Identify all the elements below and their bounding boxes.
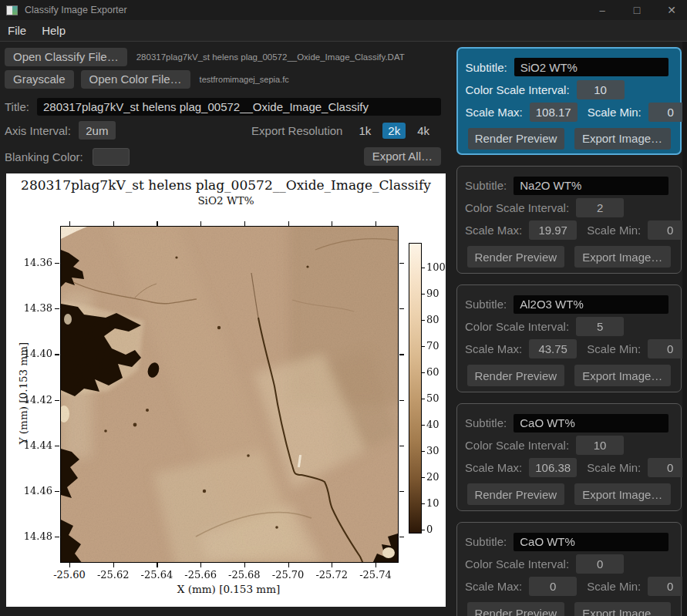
blanking-color-label: Blanking Color: [5,150,83,163]
plot-subtitle: SiO2 WT% [6,194,446,207]
colorbar-tick-label: 10 [426,497,453,510]
scale-max-input[interactable] [529,577,577,596]
subtitle-input[interactable] [514,533,668,551]
y-tick-mark [55,400,59,401]
scale-row: Scale Max: Scale Min: [465,339,673,358]
scale-max-input[interactable] [530,103,578,122]
render-preview-button[interactable]: Render Preview [467,602,564,616]
colorbar-tick-label: 60 [426,366,453,379]
scale-min-input[interactable] [648,458,687,477]
x-tick-label: -25.64 [133,569,180,581]
scale-row: Scale Max: Scale Min: [465,577,673,596]
grayscale-button[interactable]: Grayscale [5,70,74,89]
close-button[interactable]: ✕ [660,0,683,20]
colorbar-tick-label: 30 [426,445,453,457]
oxide-panel-0[interactable]: Subtitle: Color Scale Interval: Scale Ma… [456,47,682,155]
colorbar-tick-mark [422,372,425,373]
subtitle-label: Subtitle: [465,416,507,429]
oxide-panel-2[interactable]: Subtitle: Color Scale Interval: Scale Ma… [456,284,682,392]
x-tick-label: -25.74 [352,569,399,581]
y-tick-mark-right [399,354,404,355]
scale-min-label: Scale Min: [587,342,641,355]
y-tick-mark [55,537,59,537]
color-scale-interval-input[interactable] [576,198,624,217]
colorbar [409,243,422,534]
scale-row: Scale Max: Scale Min: [465,220,673,240]
subtitle-input[interactable] [514,295,668,314]
open-color-row: Grayscale Open Color File… testfromimage… [5,70,289,89]
maximize-button[interactable]: □ [625,0,648,20]
color-scale-interval-input[interactable] [576,436,624,455]
resolution-option-2k[interactable]: 2k [382,123,406,139]
color-scale-interval-label: Color Scale Interval: [465,439,569,452]
oxide-panel-1[interactable]: Subtitle: Color Scale Interval: Scale Ma… [456,166,682,274]
y-tick-label: 14.36 [11,257,52,269]
open-classify-row: Open Classify File… 280317plag7kV_st hel… [5,48,405,66]
scale-min-input[interactable] [648,577,687,596]
export-image-button[interactable]: Export Image… [574,365,672,386]
export-image-button[interactable]: Export Image… [574,483,672,505]
export-image-button[interactable]: Export Image… [574,246,672,268]
subtitle-input[interactable] [514,414,668,433]
resolution-option-1k[interactable]: 1k [353,123,376,139]
colorbar-tick-label: 20 [426,471,453,483]
colorbar-tick-label: 70 [426,340,453,352]
x-tick-mark [69,563,70,567]
export-image-button[interactable]: Export Image… [574,602,672,616]
panel-buttons-row: Render Preview Export Image… [465,480,673,506]
colorbar-tick-mark [422,503,425,504]
open-color-file-button[interactable]: Open Color File… [81,70,190,89]
menu-item-help[interactable]: Help [34,24,73,37]
colorbar-tick-label: 0 [426,523,453,536]
x-tick-mark [288,563,289,567]
y-tick-mark [55,491,59,492]
open-classify-file-button[interactable]: Open Classify File… [5,48,127,66]
colorbar-tick-mark [422,346,425,347]
render-preview-button[interactable]: Render Preview [467,365,564,386]
subtitle-label: Subtitle: [465,535,507,548]
scale-row: Scale Max: Scale Min: [466,103,673,122]
minimize-button[interactable]: – [591,0,614,20]
scale-min-input[interactable] [648,103,687,122]
subtitle-row: Subtitle: [466,58,673,77]
render-preview-button[interactable]: Render Preview [467,483,564,505]
resolution-options: 1k2k4k [353,123,435,139]
resolution-option-4k[interactable]: 4k [412,123,435,139]
subtitle-input[interactable] [514,58,668,76]
x-tick-mark-top [157,221,157,226]
scale-min-label: Scale Min: [588,106,642,119]
scale-max-label: Scale Max: [465,342,522,355]
right-edge-gutter [682,42,687,616]
x-tick-mark [157,563,157,567]
render-preview-button[interactable]: Render Preview [467,246,564,268]
color-scale-interval-input[interactable] [576,554,624,574]
scale-max-input[interactable] [529,458,577,477]
scale-min-input[interactable] [648,220,687,240]
oxide-panel-4[interactable]: Subtitle: Color Scale Interval: Scale Ma… [456,522,682,616]
scale-row: Scale Max: Scale Min: [465,458,673,477]
export-resolution-group: Export Resolution 1k2k4k [251,123,435,139]
color-scale-interval-input[interactable] [576,317,624,336]
menu-item-file[interactable]: File [0,24,34,37]
render-preview-button[interactable]: Render Preview [468,128,564,150]
x-tick-label: -25.66 [177,569,224,581]
export-all-button[interactable]: Export All… [364,147,441,166]
scale-max-input[interactable] [529,339,577,358]
y-tick-mark [55,308,59,309]
colorbar-tick-mark [422,530,425,530]
y-tick-label: 14.44 [11,439,52,452]
x-tick-mark-top [113,221,114,226]
colorbar-tick-mark [422,399,425,399]
subtitle-input[interactable] [514,177,668,195]
color-scale-interval-input[interactable] [577,80,625,99]
y-tick-mark [55,446,59,446]
title-input[interactable] [37,98,441,116]
scale-min-input[interactable] [648,339,687,358]
scale-max-input[interactable] [529,220,577,240]
x-tick-mark-top [69,221,70,226]
title-row: Title: [5,98,441,116]
oxide-panel-3[interactable]: Subtitle: Color Scale Interval: Scale Ma… [456,403,682,511]
axis-interval-input[interactable] [79,121,116,140]
blanking-color-swatch[interactable] [93,148,130,166]
export-image-button[interactable]: Export Image… [574,128,671,150]
